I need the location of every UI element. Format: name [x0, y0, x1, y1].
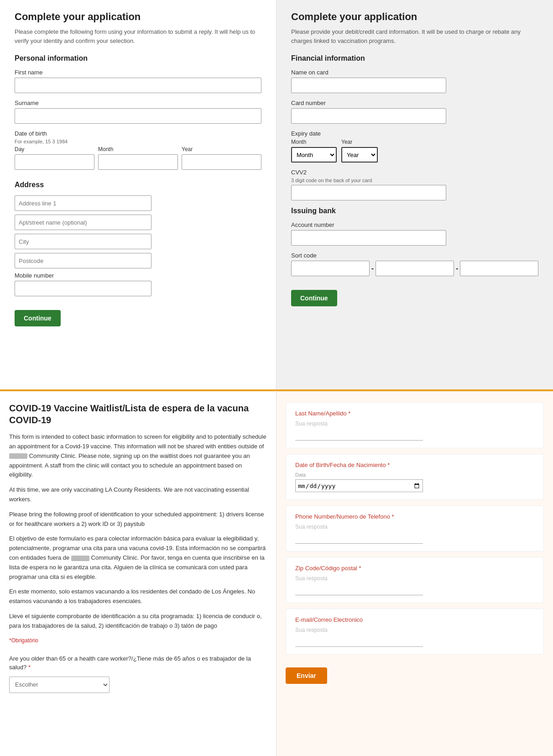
firstname-field-group: First name: [15, 69, 261, 93]
financial-info-heading: Financial information: [291, 54, 538, 63]
expiry-date-label: Expiry date: [291, 130, 538, 137]
name-on-card-label: Name on card: [291, 69, 538, 76]
eligibility-question-text: Are you older than 65 or a health care w…: [9, 655, 251, 671]
top-right-title: Complete your application: [291, 11, 538, 23]
address-line2-input[interactable]: [15, 215, 151, 230]
last-name-card: Last Name/Apellido * Sua resposta: [286, 402, 544, 448]
dob-month-input[interactable]: [98, 154, 178, 170]
issuing-bank-heading: Issuing bank: [291, 207, 538, 215]
personal-info-heading: Personal information: [15, 54, 261, 63]
dob-day-field: Day: [15, 146, 94, 170]
eligibility-dropdown[interactable]: Escolher Yes/Sí No: [9, 677, 110, 693]
zip-card: Zip Code/Código postal * Sua resposta: [286, 557, 544, 603]
top-left-subtitle: Please complete the following form using…: [15, 27, 261, 45]
covid-para4-es: El objetivo de este formulario es para c…: [9, 534, 267, 582]
top-left-title: Complete your application: [15, 11, 261, 23]
firstname-input[interactable]: [15, 78, 261, 93]
email-card: E-mail/Correo Electronico Sua resposta: [286, 609, 544, 655]
sort-code-row: - -: [291, 261, 538, 276]
dob-day-input[interactable]: [15, 154, 94, 170]
dob-day-label: Day: [15, 146, 94, 152]
zip-label: Zip Code/Código postal: [295, 565, 357, 572]
top-left-continue-button[interactable]: Continue: [15, 310, 61, 326]
expiry-row: Month Month 1 2 3 4 5 6 7 8 9 10 11: [291, 139, 538, 163]
address-section: Address: [15, 181, 261, 268]
eligibility-question-group: Are you older than 65 or a health care w…: [9, 654, 267, 693]
email-label: E-mail/Correo Electronico: [295, 616, 363, 623]
account-number-label: Account number: [291, 221, 538, 228]
phone-card: Phone Number/Numero de Telefono * Sua re…: [286, 505, 544, 551]
enviar-button[interactable]: Enviar: [286, 667, 327, 684]
covid-para5-es-text: En este momento, solo estamos vacunando …: [9, 588, 255, 604]
eligibility-question-label: Are you older than 65 or a health care w…: [9, 654, 267, 672]
dob-field-group: Date of birth For example, 15 3 1984 Day…: [15, 130, 261, 170]
sort-code-input-2[interactable]: [376, 261, 454, 276]
dob-inputs-row: Day Month Year: [15, 146, 261, 170]
required-note: *Obrigatório: [9, 636, 267, 645]
mobile-label: Mobile number: [15, 272, 261, 279]
covid-para6-es-text: Lleve el siguiente comprobante de identi…: [9, 613, 262, 629]
surname-field-group: Surname: [15, 100, 261, 124]
surname-input[interactable]: [15, 108, 261, 124]
email-input[interactable]: [295, 636, 423, 647]
covid-para1: This form is intended to collect basic i…: [9, 432, 267, 480]
zip-required-star: *: [359, 565, 361, 572]
address-line1-input[interactable]: [15, 195, 151, 211]
cvv2-hint: 3 digit code on the back of your card: [291, 178, 538, 183]
sort-code-field: Sort code - -: [291, 252, 538, 276]
zip-field-title: Zip Code/Código postal *: [295, 565, 534, 572]
firstname-label: First name: [15, 69, 261, 76]
top-right-subtitle: Please provide your debit/credit card in…: [291, 27, 538, 45]
month-label: Month: [291, 139, 337, 145]
dob-year-input[interactable]: [182, 154, 261, 170]
postcode-input[interactable]: [15, 253, 151, 268]
covid-title: COVID-19 Vaccine Waitlist/Lista de esper…: [9, 402, 267, 426]
covid-para2: At this time, we are only vaccinating LA…: [9, 485, 267, 504]
city-input[interactable]: [15, 234, 151, 249]
covid-para6-es: Lleve el siguiente comprobante de identi…: [9, 612, 267, 631]
card-number-input[interactable]: [291, 108, 446, 124]
covid-para3-text: Please bring the following proof of iden…: [9, 511, 264, 527]
dob-sub-label: Data: [295, 472, 534, 478]
sort-code-label: Sort code: [291, 252, 538, 259]
top-right-continue-button[interactable]: Continue: [291, 290, 337, 306]
year-select[interactable]: Year 2024 2025 2026 2027 2028: [341, 147, 378, 163]
cvv2-input[interactable]: [291, 185, 446, 200]
redacted-box-2: [71, 556, 89, 561]
account-number-field: Account number: [291, 221, 538, 246]
dob-month-field: Month: [98, 146, 178, 170]
redacted-box-1: [9, 453, 27, 459]
month-select[interactable]: Month 1 2 3 4 5 6 7 8 9 10 11 12: [291, 147, 337, 163]
dob-hint: For example, 15 3 1984: [15, 139, 261, 144]
zip-placeholder-text: Sua resposta: [295, 575, 534, 582]
address-heading: Address: [15, 181, 261, 189]
last-name-placeholder-text: Sua resposta: [295, 420, 534, 427]
mobile-field-group: Mobile number: [15, 272, 261, 296]
phone-placeholder-text: Sua resposta: [295, 524, 534, 530]
last-name-input[interactable]: [295, 430, 423, 441]
dob-date-input[interactable]: [295, 479, 423, 492]
sort-code-input-3[interactable]: [460, 261, 538, 276]
covid-para3: Please bring the following proof of iden…: [9, 510, 267, 529]
mobile-input[interactable]: [15, 281, 151, 296]
dob-year-label: Year: [182, 146, 261, 152]
last-name-required-star: *: [348, 410, 350, 417]
name-on-card-input[interactable]: [291, 78, 446, 93]
account-number-input[interactable]: [291, 230, 446, 246]
dob-field-title: Date of Birth/Fecha de Nacimiento *: [295, 462, 534, 468]
dob-month-label: Month: [98, 146, 178, 152]
email-placeholder-text: Sua resposta: [295, 627, 534, 633]
surname-label: Surname: [15, 100, 261, 106]
covid-para2-text: At this time, we are only vaccinating LA…: [9, 486, 249, 503]
cvv2-field: CVV2 3 digit code on the back of your ca…: [291, 169, 538, 200]
year-field: Year Year 2024 2025 2026 2027 2028: [341, 139, 378, 163]
dob-year-field: Year: [182, 146, 261, 170]
year-label: Year: [341, 139, 378, 145]
sort-separator-1: -: [371, 264, 374, 273]
dob-card: Date of Birth/Fecha de Nacimiento * Data: [286, 454, 544, 500]
zip-input[interactable]: [295, 584, 423, 595]
phone-input[interactable]: [295, 533, 423, 544]
last-name-field-title: Last Name/Apellido *: [295, 410, 534, 417]
sort-code-input-1[interactable]: [291, 261, 370, 276]
card-number-label: Card number: [291, 100, 538, 106]
